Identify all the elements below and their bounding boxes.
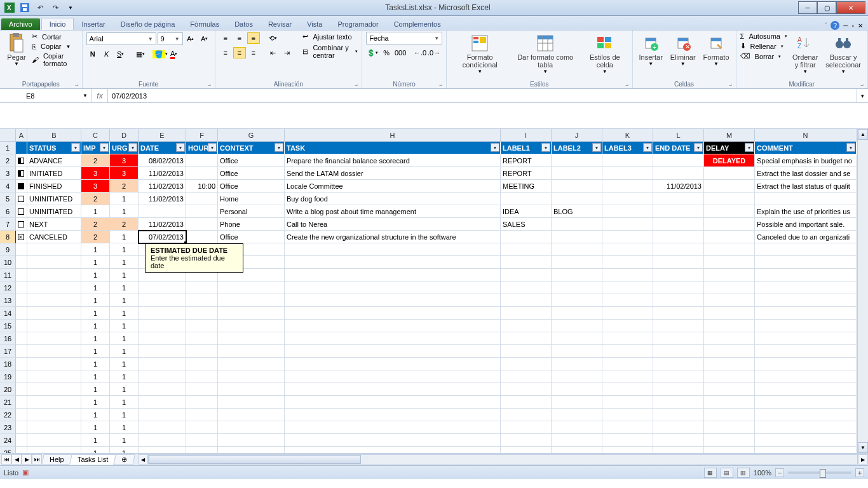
cell[interactable]: 1 bbox=[110, 345, 139, 358]
context-cell[interactable]: Office bbox=[218, 154, 285, 167]
cell[interactable] bbox=[16, 358, 27, 370]
col-header-H[interactable]: H bbox=[285, 129, 501, 142]
row-header-16[interactable]: 16 bbox=[0, 332, 16, 345]
delay-cell[interactable] bbox=[704, 205, 755, 218]
hour-cell[interactable] bbox=[186, 218, 218, 231]
cell[interactable] bbox=[552, 409, 602, 421]
cell[interactable] bbox=[755, 383, 857, 396]
cell[interactable] bbox=[139, 370, 186, 383]
context-cell[interactable]: Phone bbox=[218, 218, 285, 231]
cell[interactable]: 1 bbox=[110, 396, 139, 409]
cell[interactable] bbox=[218, 358, 285, 370]
cell[interactable] bbox=[552, 434, 602, 447]
cell[interactable] bbox=[704, 281, 755, 294]
imp-cell[interactable]: 3 bbox=[81, 180, 110, 193]
format-table-button[interactable]: Dar formato como tabla▼ bbox=[512, 32, 579, 76]
label2-cell[interactable] bbox=[552, 154, 602, 167]
hour-cell[interactable]: 10:00 bbox=[186, 180, 218, 193]
header-cell[interactable]: URG▼ bbox=[110, 142, 139, 154]
status-cell[interactable]: CANCELED bbox=[27, 231, 81, 243]
vertical-scrollbar[interactable]: ▲ ▼ bbox=[857, 129, 868, 453]
cell[interactable] bbox=[218, 332, 285, 345]
cell[interactable] bbox=[285, 294, 501, 307]
cell[interactable] bbox=[704, 243, 755, 256]
number-format-combo[interactable]: Fecha▼ bbox=[366, 32, 442, 44]
cell[interactable]: 1 bbox=[81, 370, 110, 383]
date-cell[interactable] bbox=[139, 205, 186, 218]
context-cell[interactable]: Personal bbox=[218, 205, 285, 218]
tab-revisar[interactable]: Revisar bbox=[261, 18, 299, 30]
qat-dropdown-icon[interactable]: ▼ bbox=[64, 1, 78, 14]
label2-cell[interactable]: BLOG bbox=[552, 205, 602, 218]
cell[interactable] bbox=[755, 307, 857, 320]
align-center-button[interactable]: ≡ bbox=[233, 47, 246, 58]
header-cell[interactable]: HOUR▼ bbox=[186, 142, 218, 154]
label3-cell[interactable] bbox=[602, 180, 653, 193]
cell[interactable] bbox=[755, 345, 857, 358]
first-sheet-button[interactable]: ⏮ bbox=[1, 454, 11, 464]
row-header-13[interactable]: 13 bbox=[0, 294, 16, 307]
status-icon-cell[interactable] bbox=[16, 231, 27, 243]
cell[interactable] bbox=[704, 320, 755, 332]
cell[interactable]: 1 bbox=[110, 243, 139, 256]
task-cell[interactable]: Send the LATAM dossier bbox=[285, 167, 501, 180]
zoom-in-button[interactable]: + bbox=[855, 468, 864, 477]
cell[interactable] bbox=[139, 409, 186, 421]
col-header-L[interactable]: L bbox=[653, 129, 704, 142]
normal-view-button[interactable]: ▦ bbox=[704, 468, 717, 478]
cell[interactable]: 1 bbox=[81, 409, 110, 421]
scroll-right-button[interactable]: ▶ bbox=[858, 454, 868, 464]
cell[interactable] bbox=[285, 281, 501, 294]
cell[interactable] bbox=[501, 447, 552, 453]
context-cell[interactable]: Office bbox=[218, 180, 285, 193]
help-icon[interactable]: ? bbox=[831, 21, 839, 30]
cell[interactable] bbox=[186, 434, 218, 447]
excel-icon[interactable]: X bbox=[3, 1, 17, 14]
cell[interactable]: 1 bbox=[81, 294, 110, 307]
cell[interactable] bbox=[27, 409, 81, 421]
filter-dropdown-icon[interactable]: ▼ bbox=[643, 143, 652, 152]
border-button[interactable]: ▦▾ bbox=[134, 48, 147, 60]
cell[interactable] bbox=[653, 320, 704, 332]
italic-button[interactable]: K bbox=[100, 48, 113, 60]
cell[interactable] bbox=[602, 383, 653, 396]
cell[interactable] bbox=[602, 307, 653, 320]
cell[interactable] bbox=[704, 396, 755, 409]
hour-cell[interactable] bbox=[186, 231, 218, 243]
task-cell[interactable]: Prepare the financial balance scorecard bbox=[285, 154, 501, 167]
cell[interactable] bbox=[27, 281, 81, 294]
cell[interactable] bbox=[139, 307, 186, 320]
filter-dropdown-icon[interactable]: ▼ bbox=[275, 143, 283, 152]
workbook-minimize-icon[interactable]: ─ bbox=[843, 22, 848, 29]
header-cell[interactable] bbox=[16, 142, 27, 154]
cell[interactable] bbox=[139, 447, 186, 453]
cell[interactable] bbox=[653, 370, 704, 383]
maximize-button[interactable]: ▢ bbox=[817, 1, 836, 14]
cell[interactable] bbox=[704, 421, 755, 434]
align-left-button[interactable]: ≡ bbox=[219, 47, 232, 58]
task-cell[interactable]: Create the new organizational structure … bbox=[285, 231, 501, 243]
filter-dropdown-icon[interactable]: ▼ bbox=[128, 143, 137, 152]
cell[interactable] bbox=[704, 294, 755, 307]
cell[interactable]: 1 bbox=[81, 345, 110, 358]
fill-button[interactable]: ⬇ Rellenar ▾ bbox=[740, 41, 787, 51]
filter-dropdown-icon[interactable]: ▼ bbox=[694, 143, 703, 152]
zoom-out-button[interactable]: − bbox=[775, 468, 784, 477]
cell[interactable] bbox=[704, 269, 755, 281]
sheet-tab-taskslist[interactable]: Tasks List bbox=[69, 454, 116, 464]
cell[interactable] bbox=[16, 383, 27, 396]
align-top-button[interactable]: ≡ bbox=[219, 32, 232, 44]
redo-icon[interactable]: ↷ bbox=[48, 1, 62, 14]
cell[interactable] bbox=[552, 307, 602, 320]
cell[interactable] bbox=[704, 345, 755, 358]
cell[interactable] bbox=[27, 396, 81, 409]
cell[interactable] bbox=[186, 409, 218, 421]
cell[interactable] bbox=[16, 447, 27, 453]
cell[interactable] bbox=[501, 434, 552, 447]
status-cell[interactable]: NEXT bbox=[27, 218, 81, 231]
formula-expand-button[interactable]: ▾ bbox=[857, 89, 868, 102]
status-icon-cell[interactable] bbox=[16, 205, 27, 218]
cell[interactable] bbox=[501, 370, 552, 383]
cell[interactable] bbox=[186, 447, 218, 453]
cell[interactable] bbox=[27, 294, 81, 307]
